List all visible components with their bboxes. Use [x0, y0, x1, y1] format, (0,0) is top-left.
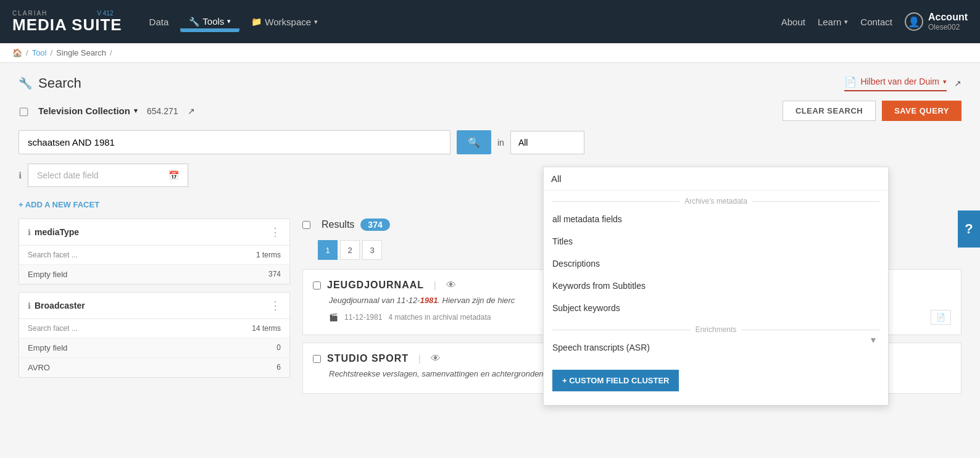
- page-btn-2[interactable]: 2: [340, 240, 360, 260]
- facet-card-broadcaster: ℹ Broadcaster ⋮ Search facet ... 14 term…: [19, 292, 290, 378]
- nav-learn[interactable]: Learn ▾: [818, 17, 848, 27]
- facet-more-icon-broadcaster[interactable]: ⋮: [270, 299, 281, 312]
- dropdown-item-all-metadata[interactable]: all metadata fields: [544, 208, 888, 230]
- facet-title-broadcaster: Broadcaster: [35, 301, 266, 310]
- dropdown-item-descriptions[interactable]: Descriptions: [544, 252, 888, 275]
- nav-item-workspace[interactable]: 📁 Workspace ▾: [243, 12, 326, 32]
- breadcrumb-sep-1: /: [26, 48, 28, 57]
- breadcrumb-current: Single Search: [56, 48, 106, 57]
- facet-item-empty-label: Empty field: [28, 343, 67, 352]
- breadcrumb-tool[interactable]: Tool: [32, 48, 47, 57]
- search-input[interactable]: [19, 130, 451, 154]
- result-eye-icon-2[interactable]: 👁: [431, 353, 441, 364]
- page-title: Search: [38, 75, 81, 91]
- select-all-checkbox[interactable]: [302, 221, 310, 229]
- date-info-icon: ℹ: [19, 170, 22, 180]
- collection-icon: ▢: [19, 104, 29, 118]
- facet-card-mediatype: ℹ mediaType ⋮ Search facet ... 1 terms E…: [19, 219, 290, 285]
- search-input-wrap: [19, 130, 451, 154]
- divider-line-left-2: [552, 330, 691, 330]
- result-checkbox-2[interactable]: [313, 355, 321, 363]
- dropdown-section-archive: Archive's metadata: [544, 191, 888, 208]
- facet-info-icon-broadcaster: ℹ: [28, 301, 31, 310]
- help-button[interactable]: ?: [958, 210, 980, 248]
- results-label: Results: [322, 219, 354, 230]
- account-name: Account: [928, 12, 968, 23]
- facet-item-avro-count: 6: [276, 363, 281, 372]
- facet-item-label: Empty field: [28, 270, 67, 279]
- facet-title-mediatype: mediaType: [35, 227, 266, 237]
- dropdown-close-icon[interactable]: ▾: [871, 334, 876, 346]
- add-facet-button[interactable]: + ADD A NEW FACET: [19, 200, 99, 209]
- facet-more-icon-mediatype[interactable]: ⋮: [270, 225, 281, 239]
- result-checkbox-1[interactable]: [313, 281, 321, 289]
- logo-media-suite: MEDIA SUITE: [12, 17, 122, 33]
- folder-icon: 📁: [251, 17, 262, 27]
- logo-area[interactable]: CLARIAH V 412 MEDIA SUITE: [12, 10, 122, 33]
- facet-item-broadcaster-0[interactable]: Empty field 0: [19, 338, 289, 357]
- facet-item-empty-count: 0: [276, 343, 281, 352]
- facet-item-mediatype-0[interactable]: Empty field 374: [19, 264, 289, 284]
- nav-contact[interactable]: Contact: [860, 17, 892, 27]
- page-btn-1[interactable]: 1: [318, 240, 338, 260]
- wrench-icon: 🔧: [189, 17, 199, 27]
- account-icon: 👤: [905, 12, 923, 31]
- clear-search-button[interactable]: CLEAR SEARCH: [783, 101, 876, 121]
- nav-item-tools[interactable]: 🔧 Tools ▾: [180, 11, 239, 32]
- dropdown-item-keywords-subtitles[interactable]: Keywords from Subtitles: [544, 275, 888, 297]
- collection-selector[interactable]: Television Collection ▾: [38, 106, 138, 116]
- query-name: Hilbert van der Duim: [860, 77, 939, 86]
- facet-info-icon-mediatype: ℹ: [28, 228, 31, 237]
- chevron-down-icon-learn: ▾: [844, 18, 848, 26]
- external-link-icon[interactable]: ↗: [954, 78, 961, 88]
- calendar-icon: 📅: [168, 170, 179, 180]
- search-tool-icon: 🔧: [19, 77, 32, 90]
- search-button[interactable]: 🔍: [457, 130, 491, 154]
- result-title-1: JEUGDJOURNAAL: [327, 280, 424, 291]
- date-field-select[interactable]: Select date field 📅: [28, 164, 188, 187]
- divider-line-right-1: [752, 201, 879, 202]
- collection-row: ▢ Television Collection ▾ 654.271 ↗ CLEA…: [19, 101, 961, 121]
- result-title-2: STUDIO SPORT: [327, 353, 409, 364]
- dropdown-search-row: ▾: [544, 167, 888, 191]
- result-divider-1: |: [434, 280, 436, 290]
- date-placeholder: Select date field: [37, 170, 99, 180]
- query-selector[interactable]: 📄 Hilbert van der Duim ▾: [844, 76, 947, 91]
- search-field-dropdown[interactable]: All: [510, 131, 584, 154]
- dropdown-search-input[interactable]: [551, 173, 881, 184]
- search-bar-row: 🔍 in All: [19, 130, 961, 154]
- facet-term-count-mediatype: 1 terms: [256, 251, 281, 259]
- custom-cluster-row: + CUSTOM FIELD CLUSTER: [544, 359, 888, 405]
- doc-icon: 📄: [844, 76, 857, 88]
- top-nav: CLARIAH V 412 MEDIA SUITE Data 🔧 Tools ▾…: [0, 0, 980, 43]
- facet-item-broadcaster-1[interactable]: AVRO 6: [19, 357, 289, 377]
- save-query-button[interactable]: SAVE QUERY: [882, 101, 961, 121]
- custom-field-cluster-button[interactable]: + CUSTOM FIELD CLUSTER: [552, 370, 679, 391]
- search-in-label: in: [497, 138, 504, 148]
- collection-actions: CLEAR SEARCH SAVE QUERY: [783, 101, 961, 121]
- facet-search-label-mediatype: Search facet ...: [28, 251, 78, 259]
- breadcrumb-home[interactable]: 🏠: [12, 48, 22, 57]
- left-panel: ℹ mediaType ⋮ Search facet ... 1 terms E…: [19, 219, 290, 401]
- nav-items: Data 🔧 Tools ▾ 📁 Workspace ▾: [141, 11, 781, 32]
- result-eye-icon-1[interactable]: 👁: [446, 280, 456, 291]
- search-title-area: 🔧 Search: [19, 75, 844, 91]
- results-count-badge: 374: [360, 219, 389, 231]
- facet-search-row-broadcaster: Search facet ... 14 terms: [19, 319, 289, 338]
- breadcrumb-sep-3: /: [110, 48, 112, 57]
- page-btn-3[interactable]: 3: [362, 240, 382, 260]
- dropdown-item-speech-asr[interactable]: Speech transcripts (ASR): [544, 336, 888, 359]
- result-bookmark-btn-1[interactable]: 📄: [931, 310, 951, 325]
- dropdown-section-enrichments: Enrichments: [544, 319, 888, 336]
- result-divider-2: |: [418, 354, 421, 364]
- account-area[interactable]: 👤 Account Olese002: [905, 12, 968, 31]
- search-field-select[interactable]: All: [510, 131, 584, 154]
- nav-about[interactable]: About: [781, 17, 805, 27]
- facet-item-count: 374: [268, 270, 281, 279]
- collection-external-link[interactable]: ↗: [188, 106, 195, 116]
- nav-item-data[interactable]: Data: [141, 12, 178, 32]
- dropdown-item-subject-keywords[interactable]: Subject keywords: [544, 297, 888, 319]
- dropdown-item-titles[interactable]: Titles: [544, 230, 888, 252]
- breadcrumb-sep-2: /: [50, 48, 52, 57]
- breadcrumb: 🏠 / Tool / Single Search /: [0, 43, 980, 63]
